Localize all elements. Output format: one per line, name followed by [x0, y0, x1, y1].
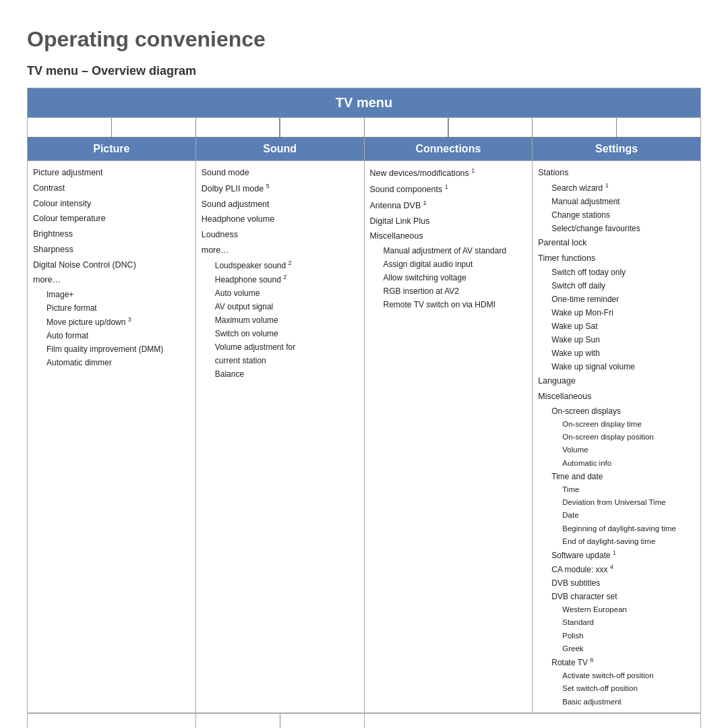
list-item: Headphone sound 2: [202, 272, 359, 286]
list-item: Sound mode: [202, 165, 359, 181]
list-item: Colour intensity: [33, 196, 190, 212]
connections-content: New devices/modifications 1 Sound compon…: [365, 161, 533, 315]
list-item: Software update 1: [538, 548, 695, 562]
list-item: Wake up Mon-Fri: [538, 306, 695, 320]
diagram: TV menu Picture Picture adjustment Contr…: [27, 88, 701, 728]
list-item: Language: [538, 373, 695, 389]
list-item: Digital Link Plus: [370, 214, 527, 229]
sound-column: Sound Sound mode Dolby PLII mode 5 Sound…: [196, 138, 365, 712]
list-item: Auto volume: [202, 286, 359, 300]
list-item: Assign digital audio input: [370, 257, 527, 271]
list-item: Select/change favourites: [538, 222, 695, 235]
list-item: Automatic info: [538, 457, 695, 470]
list-item: Search wizard 1: [538, 181, 695, 195]
list-item: Maximum volume: [202, 313, 359, 327]
list-item: Set switch-off position: [538, 682, 695, 695]
tv-menu-header: TV menu: [28, 88, 700, 118]
list-item: Switch on volume: [202, 327, 359, 340]
list-item: Switch off today only: [538, 266, 695, 279]
settings-header: Settings: [533, 138, 700, 161]
settings-content: Stations Search wizard 1 Manual adjustme…: [533, 161, 700, 712]
list-item: Volume adjustment for: [202, 340, 359, 354]
list-item: Rotate TV 6: [538, 655, 695, 669]
list-item: Colour temperature: [33, 211, 190, 226]
list-item: DVB subtitles: [538, 576, 695, 590]
list-item: Beginning of daylight-saving time: [538, 522, 695, 535]
list-item: Digital Noise Control (DNC): [33, 257, 190, 273]
list-item: Loudspeaker sound 2: [202, 258, 359, 272]
list-item: DVB character set: [538, 590, 695, 603]
list-item: Contrast: [33, 181, 190, 196]
list-item: AV output signal: [202, 300, 359, 313]
list-item: Date: [538, 509, 695, 522]
list-item: New devices/modifications 1: [370, 165, 527, 181]
list-item: Image+: [33, 288, 190, 301]
list-item: Picture adjustment: [33, 165, 190, 181]
picture-column: Picture Picture adjustment Contrast Colo…: [28, 138, 196, 712]
list-item: Manual adjustment: [538, 195, 695, 208]
list-item: Basic adjustment: [538, 696, 695, 708]
list-item: One-time reminder: [538, 293, 695, 306]
connections-column: Connections New devices/modifications 1 …: [365, 138, 533, 712]
connections-header: Connections: [365, 138, 533, 161]
list-item: more…: [33, 272, 190, 288]
list-item: Miscellaneous: [538, 389, 695, 404]
list-item: On-screen display position: [538, 431, 695, 444]
columns-container: Picture Picture adjustment Contrast Colo…: [28, 137, 700, 712]
list-item: Western European: [538, 603, 695, 616]
picture-header: Picture: [28, 138, 195, 161]
list-item: Sound components 1: [370, 181, 527, 198]
section-title: TV menu – Overview diagram: [27, 64, 701, 78]
list-item: Manual adjustment of AV standard: [370, 244, 527, 257]
list-item: Film quality improvement (DMM): [33, 342, 190, 356]
list-item: current station: [202, 354, 359, 367]
list-item: Auto format: [33, 329, 190, 342]
picture-content: Picture adjustment Contrast Colour inten…: [28, 161, 195, 373]
list-item: On-screen displays: [538, 404, 695, 418]
list-item: Switch off daily: [538, 279, 695, 293]
list-item: On-screen display time: [538, 418, 695, 431]
list-item: Standard: [538, 616, 695, 629]
settings-column: Settings Stations Search wizard 1 Manual…: [533, 138, 700, 712]
list-item: Wake up with: [538, 346, 695, 360]
list-item: Time: [538, 483, 695, 496]
list-item: Miscellaneous: [370, 229, 527, 244]
list-item: Dolby PLII mode 5: [202, 181, 359, 197]
list-item: Parental lock: [538, 235, 695, 251]
list-item: RGB insertion at AV2: [370, 284, 527, 298]
list-item: Loudness: [202, 227, 359, 243]
list-item: Volume: [538, 444, 695, 456]
list-item: Wake up signal volume: [538, 360, 695, 373]
list-item: Activate switch-off position: [538, 669, 695, 682]
list-item: Antenna DVB 1: [370, 198, 527, 214]
list-item: Greek: [538, 642, 695, 655]
sound-content: Sound mode Dolby PLII mode 5 Sound adjus…: [196, 161, 364, 385]
list-item: Deviation from Universal Time: [538, 496, 695, 509]
list-item: Polish: [538, 630, 695, 642]
list-item: Wake up Sun: [538, 333, 695, 346]
list-item: Sharpness: [33, 242, 190, 257]
list-item: Stations: [538, 165, 695, 181]
list-item: Balance: [202, 367, 359, 381]
list-item: Time and date: [538, 470, 695, 483]
list-item: Automatic dimmer: [33, 356, 190, 369]
list-item: Brightness: [33, 226, 190, 242]
page-title: Operating convenience: [27, 27, 701, 52]
list-item: Wake up Sat: [538, 320, 695, 333]
list-item: Sound adjustment: [202, 197, 359, 212]
list-item: Allow switching voltage: [370, 271, 527, 284]
list-item: End of daylight-saving time: [538, 535, 695, 548]
list-item: Change stations: [538, 208, 695, 222]
list-item: Timer functions: [538, 251, 695, 266]
list-item: Headphone volume: [202, 212, 359, 227]
list-item: Picture format: [33, 301, 190, 315]
sound-header: Sound: [196, 138, 364, 161]
list-item: Move picture up/down 3: [33, 315, 190, 329]
list-item: CA module: xxx 4: [538, 562, 695, 576]
list-item: more…: [202, 243, 359, 258]
recording-area: Recording Recording wizard 1 Timer list …: [28, 713, 700, 728]
list-item: Remote TV switch on via HDMI: [370, 298, 527, 311]
